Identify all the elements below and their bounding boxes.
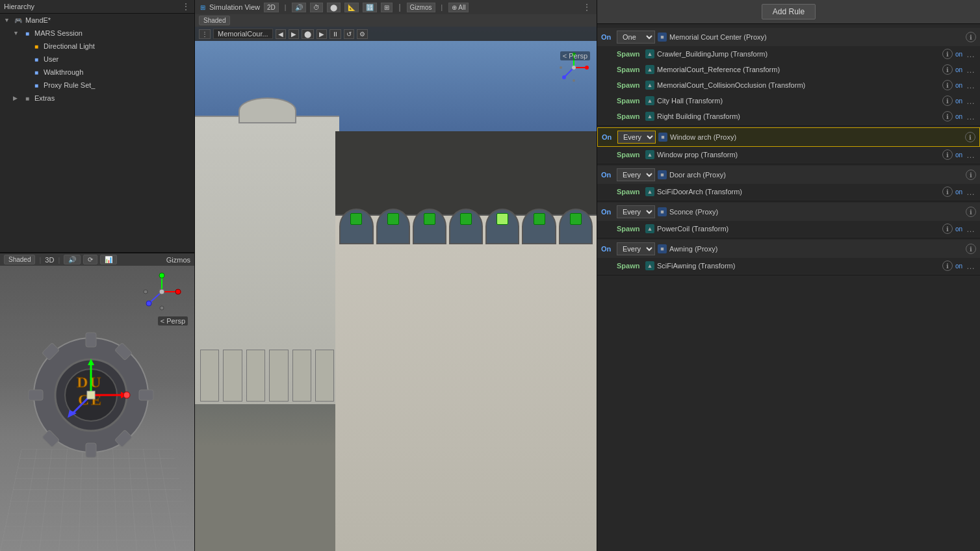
simulation-header: ⊞ Simulation View 2D | 🔊 ⏱ ⬤ 📐 🔢 ⊞ | Giz…	[195, 0, 597, 14]
rule-5-spawn-info[interactable]: ℹ	[942, 261, 953, 271]
tree-item-walkthrough[interactable]: ■ Walkthrough	[0, 66, 194, 79]
sim-all-btn[interactable]: ⊕ All	[448, 3, 469, 12]
rule-5-dropdown[interactable]: Every One	[617, 242, 655, 255]
spawn-1-icon: ▲	[645, 49, 654, 58]
svg-point-44	[573, 79, 575, 82]
rule-13-info-icon[interactable]: ℹ	[966, 207, 976, 217]
rule-13-spawn-toggle[interactable]: on	[955, 225, 962, 233]
spawn-3-toggle[interactable]: on	[955, 82, 962, 89]
rule-5-spawn-dots[interactable]: …	[965, 261, 976, 271]
inner-dots-btn[interactable]: ⋮	[199, 29, 211, 39]
spawn-1-toggle[interactable]: on	[955, 51, 962, 58]
play-btn[interactable]: ▶	[316, 29, 327, 39]
spawn-5-info[interactable]: ℹ	[942, 111, 953, 122]
rule-block-1: On One Every ■ Memorial Court Center (Pr…	[597, 27, 980, 126]
rule-10-spawn-toggle[interactable]: on	[955, 151, 962, 159]
user-icon: ■	[31, 54, 42, 64]
rule-13-spawn-info[interactable]: ℹ	[942, 224, 953, 234]
rule-11-dropdown[interactable]: Every One	[617, 168, 655, 181]
loop-btn[interactable]: ↺	[344, 29, 354, 39]
tree-item-proxy-rule-set[interactable]: ■ Proxy Rule Set_	[0, 79, 194, 92]
vp-stat-btn[interactable]: 📊	[100, 255, 117, 264]
svg-rect-4	[139, 390, 153, 400]
pause-btn[interactable]: ⏸	[329, 29, 341, 39]
rule-13-dropdown[interactable]: Every One	[617, 205, 655, 218]
tree-root[interactable]: ▼ 🎮 MandE*	[0, 14, 194, 27]
rule-13-on-label: On	[601, 208, 614, 216]
spawn-1-dots[interactable]: …	[965, 49, 976, 59]
sim-2d-btn[interactable]: 2D	[264, 3, 279, 12]
rule-13-on-row: On Every One ■ Sconce (Proxy) ℹ 13	[597, 203, 980, 221]
tree-item-directional-light[interactable]: ■ Directional Light	[0, 40, 194, 53]
roof	[335, 131, 597, 215]
spawn-5-dots[interactable]: …	[965, 112, 976, 122]
spawn-3-label: Spawn	[617, 81, 643, 89]
rule-11-spawn-dots[interactable]: …	[965, 187, 976, 197]
main-building-facade	[335, 131, 597, 551]
spawn-4-info[interactable]: ℹ	[942, 96, 953, 106]
spawn-2-dots[interactable]: …	[965, 65, 976, 75]
sim-audio-btn[interactable]: 🔊	[292, 3, 306, 12]
svg-point-43	[562, 75, 566, 79]
rule-10-dropdown[interactable]: Every One	[617, 131, 656, 144]
svg-point-33	[175, 289, 181, 294]
tree-item-user[interactable]: ■ User	[0, 53, 194, 66]
rule-5-spawn-name: SciFiAwning (Transform)	[657, 262, 940, 270]
settings-btn[interactable]: ⚙	[357, 29, 368, 39]
sim-monitor-icon: ⊞	[200, 4, 205, 11]
prev-btn[interactable]: ◀	[276, 29, 286, 39]
rule-1-dropdown[interactable]: One Every	[617, 31, 655, 44]
vp-render-btn[interactable]: ⟳	[83, 255, 97, 264]
record-btn[interactable]: ⬤	[302, 29, 314, 39]
rule-11-spawn-info[interactable]: ℹ	[942, 186, 953, 197]
spawn-3-info[interactable]: ℹ	[942, 80, 953, 90]
scene-3d[interactable]: D U C E	[0, 266, 194, 551]
rule-10-proxy-icon: ■	[658, 133, 667, 142]
tree-root-icon: 🎮	[13, 15, 23, 25]
sim-shading-btn[interactable]: Shaded	[199, 16, 230, 25]
sim-grid-btn[interactable]: ⊞	[381, 3, 393, 12]
svg-text:D: D	[77, 374, 88, 391]
rule-11-info-icon[interactable]: ℹ	[966, 170, 976, 180]
hierarchy-menu-button[interactable]: ⋮	[181, 1, 190, 12]
spawn-3-dots[interactable]: …	[965, 81, 976, 90]
rule-11-spawn-toggle[interactable]: on	[955, 188, 962, 196]
tree-item-extras[interactable]: ▶ ■ Extras	[0, 92, 194, 105]
rule-5-info-icon[interactable]: ℹ	[966, 244, 976, 254]
shading-btn[interactable]: Shaded	[4, 255, 35, 264]
sim-record-btn[interactable]: ⬤	[327, 3, 341, 12]
spawn-2-info[interactable]: ℹ	[942, 64, 953, 75]
spawn-2-toggle[interactable]: on	[955, 66, 962, 73]
city-hall-building	[195, 116, 339, 404]
rule-5-spawn-toggle[interactable]: on	[955, 263, 962, 270]
rule-13-spawn-1: Spawn ▲ PowerCoil (Transform) ℹ on …	[597, 221, 980, 237]
sim-gizmos-btn[interactable]: Gizmos	[407, 3, 435, 12]
extras-arrow: ▶	[13, 95, 22, 101]
sim-menu-btn[interactable]: ⋮	[582, 2, 591, 12]
next-btn[interactable]: ▶	[289, 29, 299, 39]
rule-13-spawn-icon: ▲	[645, 224, 654, 233]
sim-play-stats[interactable]: ⏱	[310, 3, 323, 12]
rule-1-info-icon[interactable]: ℹ	[966, 32, 976, 42]
session-label[interactable]: MemorialCour...	[213, 29, 273, 39]
add-rule-button[interactable]: Add Rule	[762, 4, 816, 19]
rule-1-on-label: On	[601, 33, 614, 41]
svg-rect-21	[87, 391, 95, 399]
tree-item-mars-session[interactable]: ▼ ■ MARS Session	[0, 27, 194, 40]
spawn-1-info[interactable]: ℹ	[942, 49, 953, 59]
svg-point-42	[585, 66, 589, 70]
vp-audio-btn[interactable]: 🔊	[64, 255, 81, 264]
spawn-4-dots[interactable]: …	[965, 96, 976, 106]
spawn-5-toggle[interactable]: on	[955, 113, 962, 120]
proxy-label: Proxy Rule Set_	[44, 81, 95, 89]
user-label: User	[44, 55, 58, 63]
spawn-4-name: City Hall (Transform)	[657, 97, 940, 105]
spawn-4-toggle[interactable]: on	[955, 97, 962, 105]
simulation-viewport[interactable]: ⋮ MemorialCour... ◀ ▶ ⬤ ▶ ⏸ ↺ ⚙	[195, 27, 597, 551]
rule-10-info-icon[interactable]: ℹ	[965, 132, 975, 142]
sim-speed-btn[interactable]: 🔢	[363, 3, 377, 12]
rule-13-spawn-dots[interactable]: …	[965, 224, 976, 234]
rule-10-spawn-dots[interactable]: …	[965, 150, 976, 160]
sim-sprite-btn[interactable]: 📐	[344, 3, 359, 12]
rule-10-spawn-info[interactable]: ℹ	[942, 149, 953, 160]
